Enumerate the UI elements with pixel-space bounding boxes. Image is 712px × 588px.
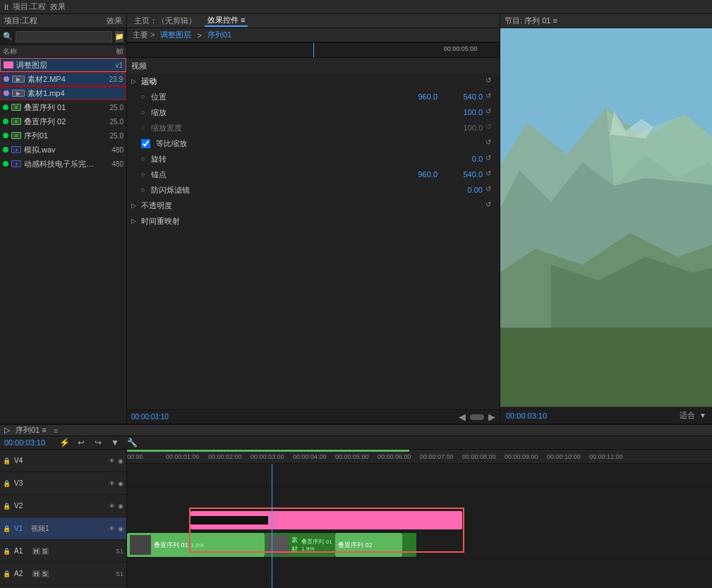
track-clips-a2 xyxy=(127,581,712,588)
rotation-val[interactable]: 0.0 xyxy=(440,155,483,163)
antiflicker-val[interactable]: 0.00 xyxy=(440,186,483,194)
sequence-clip-mid[interactable]: 素材 叠置序列 01 1.9% xyxy=(265,533,335,557)
track-label-a2: 🔒 A2 H S S1 xyxy=(0,563,126,585)
ruler-tick-10: 00:00:10:00 xyxy=(547,453,581,460)
lock-icon-v3: 🔒 xyxy=(3,480,11,487)
ripple-btn[interactable]: ⚡ xyxy=(58,436,71,449)
motion-reset-btn[interactable]: ↺ xyxy=(485,76,495,86)
list-item[interactable]: ▶ 素材2.MP4 23.9 xyxy=(0,72,126,86)
fit-arrow[interactable]: ▼ xyxy=(699,412,706,419)
motion-section-header[interactable]: ▷ 运动 ↺ xyxy=(127,73,500,89)
opacity-reset-btn[interactable]: ↺ xyxy=(485,200,495,210)
search-input[interactable] xyxy=(16,31,112,42)
anchor-row[interactable]: ○ 锚点 960.0 540.0 ↺ xyxy=(127,167,500,182)
insert-btn[interactable]: ▼ xyxy=(109,436,121,449)
scale-width-row[interactable]: ○ 缩放宽度 100.0 ↺ xyxy=(127,120,500,136)
position-row[interactable]: ○ 位置 960.0 540.0 ↺ xyxy=(127,89,500,104)
timeline-body: 🔒 V4 👁 ◉ 🔒 V3 👁 ◉ 🔒 V2 👁 ◉ xyxy=(0,450,712,588)
new-folder-button[interactable]: 📁 xyxy=(115,31,123,42)
timeline-timecode[interactable]: 00:00:03:10 xyxy=(4,438,54,447)
undo-btn[interactable]: ↩ xyxy=(75,436,88,449)
list-item[interactable]: ♪ 动感科技电子乐完整版 480 xyxy=(0,157,126,171)
rotation-reset-btn[interactable]: ↺ xyxy=(485,154,495,164)
track-a2-h[interactable]: H xyxy=(32,570,40,577)
tab-source[interactable]: 主页：（无剪辑） xyxy=(131,16,199,26)
uniform-scale-row[interactable]: 等比缩放 ↺ xyxy=(127,136,500,151)
track-a2-s[interactable]: S xyxy=(42,570,49,577)
sequence-clip-1[interactable]: 叠置序列 01 1.9% xyxy=(127,533,265,557)
position-reset-btn[interactable]: ↺ xyxy=(485,92,495,102)
source-link-adjustment[interactable]: 调整图层 xyxy=(160,30,191,40)
scroll-thumb[interactable] xyxy=(470,414,484,420)
tracks-content: 调整图层 叠置序列 01 1.9% xyxy=(127,464,712,588)
sequence-clip-3[interactable] xyxy=(402,533,416,557)
timeline-title-menu[interactable]: ≡ xyxy=(54,426,58,435)
uniform-scale-checkbox[interactable] xyxy=(141,139,150,148)
cam-icon-v3[interactable]: ◉ xyxy=(118,480,123,487)
eye-icon-v4[interactable]: 👁 xyxy=(109,457,115,464)
anchor-y[interactable]: 540.0 xyxy=(440,170,483,179)
item-icon: ▶ xyxy=(12,76,25,83)
preview-video[interactable] xyxy=(500,28,712,407)
next-frame-btn[interactable]: ▶ xyxy=(488,412,495,422)
eye-icon-v2[interactable]: 👁 xyxy=(109,503,115,510)
sequence-clip-2[interactable]: 叠置序列 02 xyxy=(335,533,402,557)
anchor-reset-btn[interactable]: ↺ xyxy=(485,169,495,179)
cam-icon-v1[interactable]: ◉ xyxy=(118,525,123,532)
item-icon: ≡ xyxy=(11,118,21,125)
effects-area: 视频 ▷ 运动 ↺ ○ 位置 960.0 540.0 ↺ ○ 缩放 100.0 xyxy=(127,58,500,409)
list-item[interactable]: 调整图层 v1 xyxy=(0,58,126,72)
anchor-x[interactable]: 960.0 xyxy=(395,170,438,179)
clip-time-mid: 叠置序列 01 1.9% xyxy=(301,538,332,552)
timeline-tracks-area[interactable]: 00:00 00:00:01:00 00:00:02:00 00:00:03:0… xyxy=(127,450,712,588)
item-label: 叠置序列 01 xyxy=(24,102,99,113)
preview-timecode[interactable]: 00:00:03:10 xyxy=(506,412,547,420)
scale-row[interactable]: ○ 缩放 100.0 ↺ xyxy=(127,104,500,120)
item-icon xyxy=(4,61,13,68)
uniform-scale-reset-btn[interactable]: ↺ xyxy=(485,138,495,148)
middle-bottom-bar: 00:00:03:10 ◀ ▶ xyxy=(127,409,500,424)
position-x[interactable]: 960.0 xyxy=(395,92,438,101)
effects-tab[interactable]: 效果 xyxy=(107,16,122,26)
list-item[interactable]: ≡ 叠置序列 02 25.0 xyxy=(0,114,126,128)
track-name-a2: A2 xyxy=(14,570,28,577)
prev-frame-btn[interactable]: ◀ xyxy=(459,412,466,422)
source-link-sequence[interactable]: 序列01 xyxy=(207,30,231,40)
scale-width-val[interactable]: 100.0 xyxy=(440,124,483,132)
scale-reset-btn[interactable]: ↺ xyxy=(485,107,495,117)
redo-btn[interactable]: ↪ xyxy=(92,436,104,449)
item-color-indicator xyxy=(4,76,9,82)
track-clips-v2: 调整图层 xyxy=(127,509,712,532)
effects-timeline-ruler[interactable]: 00:00:05:00 xyxy=(127,42,500,58)
ruler-tick-5: 00:00:05:00 xyxy=(335,453,369,460)
tool-btn[interactable]: 🔧 xyxy=(126,436,138,449)
list-item[interactable]: ≡ 序列01 25.0 xyxy=(0,128,126,143)
item-label: 叠置序列 02 xyxy=(24,116,99,127)
lock-icon-v2: 🔒 xyxy=(3,503,11,510)
motion-chevron: ▷ xyxy=(131,78,138,85)
opacity-label: 不透明度 xyxy=(141,200,483,211)
track-label-v3: 🔒 V3 👁 ◉ xyxy=(0,472,126,495)
cam-icon-v4[interactable]: ◉ xyxy=(118,457,123,464)
timeremap-row[interactable]: ▷ 时间重映射 xyxy=(127,213,500,229)
tab-effects[interactable]: 效果控件 ≡ xyxy=(205,15,248,27)
fit-label[interactable]: 适合 xyxy=(680,410,695,421)
opacity-row[interactable]: ▷ 不透明度 ↺ xyxy=(127,198,500,213)
track-a1-s[interactable]: S xyxy=(42,548,49,555)
track-clips-a1 xyxy=(127,558,712,581)
antiflicker-reset-btn[interactable]: ↺ xyxy=(485,185,495,195)
list-item[interactable]: ▶ 素材1.mp4 xyxy=(0,86,126,100)
eye-icon-v1[interactable]: 👁 xyxy=(109,525,115,532)
list-item[interactable]: ♪ 模拟.wav 480 xyxy=(0,143,126,157)
playhead[interactable] xyxy=(272,464,272,588)
eye-icon-v3[interactable]: 👁 xyxy=(109,480,115,487)
position-y[interactable]: 540.0 xyxy=(440,92,483,101)
scale-val[interactable]: 100.0 xyxy=(440,108,483,116)
list-item[interactable]: ≡ 叠置序列 01 25.0 xyxy=(0,100,126,114)
track-name-v1: V1 xyxy=(14,524,28,532)
scale-width-reset-btn[interactable]: ↺ xyxy=(485,123,495,133)
rotation-row[interactable]: ○ 旋转 0.0 ↺ xyxy=(127,151,500,167)
cam-icon-v2[interactable]: ◉ xyxy=(118,503,123,510)
track-a1-h[interactable]: H xyxy=(32,548,40,555)
antiflicker-row[interactable]: ○ 防闪烁滤镜 0.00 ↺ xyxy=(127,182,500,198)
